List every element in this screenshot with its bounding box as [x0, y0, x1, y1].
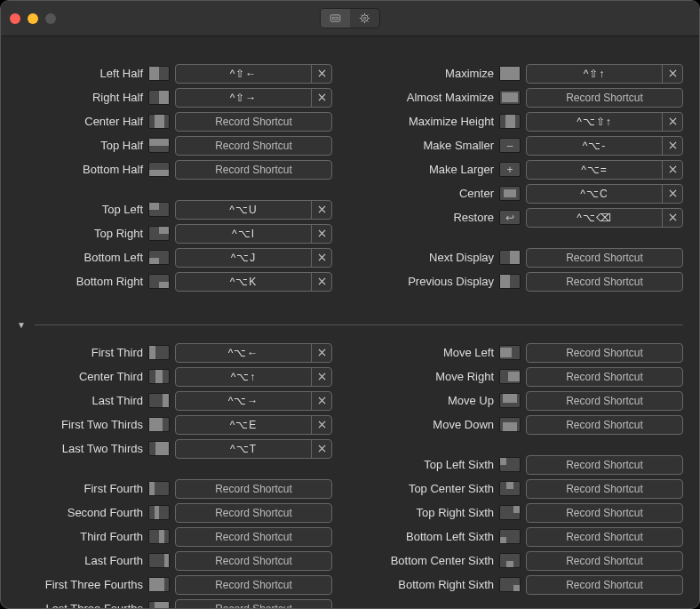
- left-half-thumb: [148, 66, 170, 81]
- center-third-clear-button[interactable]: [311, 368, 331, 386]
- zoom-button[interactable]: [45, 13, 56, 24]
- top-left-sixth-shortcut-field[interactable]: Record Shortcut: [526, 455, 683, 475]
- lower-section: First Third^⌥←Center Third^⌥↑Last Third^…: [17, 341, 683, 608]
- next-display-shortcut-field[interactable]: Record Shortcut: [526, 248, 683, 268]
- window-controls: [10, 13, 56, 24]
- bottom-center-sixth-shortcut-text: Record Shortcut: [527, 552, 682, 570]
- maximize-height-clear-button[interactable]: [662, 113, 682, 131]
- move-right-shortcut-field[interactable]: Record Shortcut: [526, 367, 683, 387]
- make-smaller-clear-button[interactable]: [662, 137, 682, 155]
- restore-shortcut-field[interactable]: ^⌥⌫: [526, 208, 683, 228]
- close-button[interactable]: [10, 13, 20, 24]
- divider-line: [35, 325, 683, 325]
- center-label: Center: [368, 187, 494, 200]
- almost-maximize-shortcut-field[interactable]: Record Shortcut: [526, 88, 683, 108]
- shortcut-row-top-left: Top Left^⌥U: [17, 197, 332, 221]
- move-down-shortcut-field[interactable]: Record Shortcut: [526, 415, 683, 435]
- top-center-sixth-shortcut-field[interactable]: Record Shortcut: [526, 479, 683, 499]
- svg-point-2: [362, 15, 368, 21]
- svg-rect-1: [333, 17, 338, 19]
- top-left-sixth-thumb: [499, 457, 521, 472]
- second-fourth-shortcut-field[interactable]: Record Shortcut: [175, 503, 332, 523]
- keyboard-shortcuts-icon: [330, 12, 341, 24]
- shortcut-row-center-half: Center HalfRecord Shortcut: [17, 109, 332, 133]
- gear-icon: [359, 12, 370, 24]
- minimize-button[interactable]: [28, 13, 38, 24]
- shortcut-row-previous-display: Previous DisplayRecord Shortcut: [368, 269, 683, 293]
- first-third-label: First Third: [17, 346, 143, 359]
- last-fourth-shortcut-field[interactable]: Record Shortcut: [175, 551, 332, 571]
- top-right-shortcut-field[interactable]: ^⌥I: [175, 224, 332, 244]
- disclosure-toggle[interactable]: ▼: [17, 320, 26, 330]
- bottom-left-sixth-shortcut-field[interactable]: Record Shortcut: [526, 527, 683, 547]
- first-three-fourths-shortcut-field[interactable]: Record Shortcut: [175, 575, 332, 595]
- third-fourth-shortcut-field[interactable]: Record Shortcut: [175, 527, 332, 547]
- restore-clear-button[interactable]: [662, 209, 682, 227]
- bottom-right-label: Bottom Right: [17, 275, 143, 288]
- move-up-thumb: [499, 393, 521, 408]
- move-down-thumb: [499, 417, 521, 432]
- last-third-clear-button[interactable]: [311, 392, 331, 410]
- center-third-shortcut-field[interactable]: ^⌥↑: [175, 367, 332, 387]
- svg-point-3: [363, 17, 365, 19]
- bottom-right-sixth-shortcut-field[interactable]: Record Shortcut: [526, 575, 683, 595]
- move-left-shortcut-text: Record Shortcut: [527, 344, 682, 362]
- shortcut-row-last-third: Last Third^⌥→: [17, 389, 332, 413]
- last-fourth-label: Last Fourth: [17, 554, 143, 567]
- first-fourth-shortcut-field[interactable]: Record Shortcut: [175, 479, 332, 499]
- bottom-center-sixth-shortcut-field[interactable]: Record Shortcut: [526, 551, 683, 571]
- make-larger-thumb-glyph: +: [506, 164, 513, 175]
- bottom-right-shortcut-field[interactable]: ^⌥K: [175, 272, 332, 292]
- last-three-fourths-shortcut-field[interactable]: Record Shortcut: [175, 599, 332, 609]
- first-two-thirds-clear-button[interactable]: [311, 416, 331, 434]
- tab-shortcuts[interactable]: [321, 9, 350, 28]
- group: Move LeftRecord ShortcutMove RightRecord…: [368, 341, 683, 437]
- maximize-shortcut-field[interactable]: ^⇧↑: [526, 64, 683, 84]
- center-third-thumb: [148, 369, 170, 384]
- center-clear-button[interactable]: [662, 185, 682, 203]
- tab-settings[interactable]: [350, 9, 379, 28]
- make-larger-shortcut-field[interactable]: ^⌥=: [526, 160, 683, 180]
- maximize-clear-button[interactable]: [662, 65, 682, 83]
- top-right-clear-button[interactable]: [311, 225, 331, 243]
- right-half-shortcut-field[interactable]: ^⇧→: [175, 88, 332, 108]
- last-third-thumb: [148, 393, 170, 408]
- top-left-clear-button[interactable]: [311, 201, 331, 219]
- bottom-right-clear-button[interactable]: [311, 273, 331, 291]
- make-larger-thumb: +: [499, 162, 521, 177]
- left-half-shortcut-field[interactable]: ^⇧←: [175, 64, 332, 84]
- right-half-clear-button[interactable]: [311, 89, 331, 107]
- top-right-sixth-shortcut-field[interactable]: Record Shortcut: [526, 503, 683, 523]
- make-larger-clear-button[interactable]: [662, 161, 682, 179]
- shortcut-row-move-left: Move LeftRecord Shortcut: [368, 341, 683, 365]
- move-up-shortcut-field[interactable]: Record Shortcut: [526, 391, 683, 411]
- last-two-thirds-shortcut-field[interactable]: ^⌥T: [175, 439, 332, 459]
- last-two-thirds-thumb: [148, 441, 170, 456]
- bottom-half-shortcut-field[interactable]: Record Shortcut: [175, 160, 332, 180]
- second-fourth-shortcut-text: Record Shortcut: [176, 504, 331, 522]
- first-third-clear-button[interactable]: [311, 344, 331, 362]
- first-third-shortcut-field[interactable]: ^⌥←: [175, 343, 332, 363]
- last-two-thirds-clear-button[interactable]: [311, 440, 331, 458]
- bottom-left-clear-button[interactable]: [311, 249, 331, 267]
- center-shortcut-field[interactable]: ^⌥C: [526, 184, 683, 204]
- shortcut-row-center-third: Center Third^⌥↑: [17, 365, 332, 389]
- left-half-clear-button[interactable]: [311, 65, 331, 83]
- shortcut-row-last-fourth: Last FourthRecord Shortcut: [17, 549, 332, 573]
- first-two-thirds-shortcut-field[interactable]: ^⌥E: [175, 415, 332, 435]
- make-smaller-thumb: –: [499, 138, 521, 153]
- bottom-left-shortcut-field[interactable]: ^⌥J: [175, 248, 332, 268]
- top-left-shortcut-text: ^⌥U: [176, 201, 311, 219]
- make-smaller-shortcut-field[interactable]: ^⌥-: [526, 136, 683, 156]
- move-left-shortcut-field[interactable]: Record Shortcut: [526, 343, 683, 363]
- center-half-shortcut-field[interactable]: Record Shortcut: [175, 112, 332, 132]
- top-half-shortcut-field[interactable]: Record Shortcut: [175, 136, 332, 156]
- maximize-height-shortcut-field[interactable]: ^⌥⇧↑: [526, 112, 683, 132]
- group: Top Left SixthRecord ShortcutTop Center …: [368, 453, 683, 597]
- previous-display-shortcut-field[interactable]: Record Shortcut: [526, 272, 683, 292]
- shortcut-row-top-left-sixth: Top Left SixthRecord Shortcut: [368, 453, 683, 477]
- last-third-shortcut-field[interactable]: ^⌥→: [175, 391, 332, 411]
- last-three-fourths-label: Last Three Fourths: [17, 602, 143, 608]
- top-left-shortcut-field[interactable]: ^⌥U: [175, 200, 332, 220]
- last-fourth-shortcut-text: Record Shortcut: [176, 552, 331, 570]
